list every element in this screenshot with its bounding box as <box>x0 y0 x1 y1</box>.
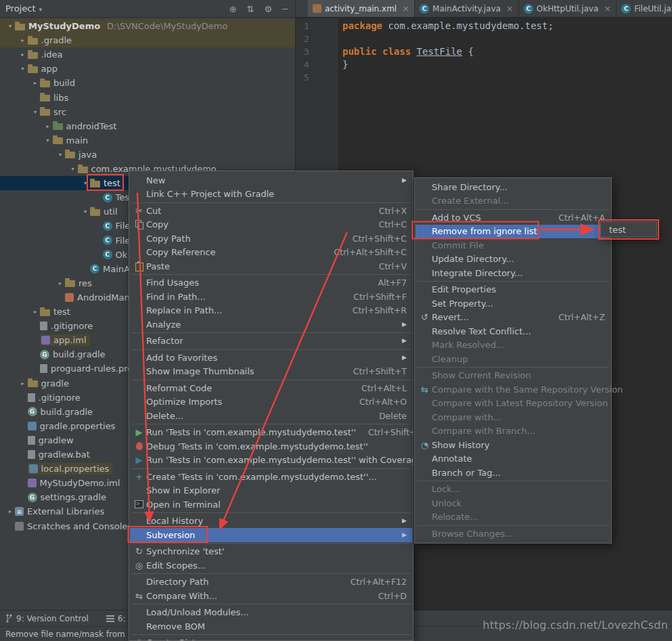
menu-item-set-property[interactable]: Set Property... <box>416 296 610 311</box>
menu-item-refactor[interactable]: Refactor▶ <box>130 334 412 349</box>
menu-item-remove-from-ignore-list[interactable]: Remove from ignore list▶ <box>416 225 610 239</box>
class-icon: C <box>621 4 631 14</box>
menu-item-copy-reference[interactable]: Copy ReferenceCtrl+Alt+Shift+C <box>130 246 412 260</box>
expand-arrow-icon[interactable]: ▸ <box>30 80 40 86</box>
tree-item-label: MyStudyDemo <box>28 21 100 31</box>
collapse-arrow-icon[interactable]: ▾ <box>30 109 40 115</box>
collapse-arrow-icon[interactable]: ▾ <box>68 166 78 172</box>
close-tab-icon[interactable]: × <box>604 3 611 14</box>
menu-item-create-tests-in-com-example-mystudydemo-te[interactable]: +Create 'Tests in 'com.example.mystudyde… <box>130 470 412 484</box>
menu-item-load-unload-modules[interactable]: Load/Unload Modules... <box>130 606 412 620</box>
tree-item-build[interactable]: ▸build <box>0 76 295 90</box>
tree-item-java[interactable]: ▾java <box>0 148 295 162</box>
menu-item-analyze[interactable]: Analyze▶ <box>130 317 412 332</box>
menu-item-link-c-project-with-gradle[interactable]: Link C++ Project with Gradle <box>130 187 412 202</box>
menu-item-add-to-favorites[interactable]: Add to Favorites▶ <box>130 351 412 365</box>
menu-item-paste[interactable]: PasteCtrl+V <box>130 259 412 273</box>
expand-arrow-icon[interactable]: ▸ <box>18 51 28 58</box>
menu-item-annotate[interactable]: Annotate <box>416 452 610 466</box>
menu-item-integrate-directory[interactable]: Integrate Directory... <box>416 266 610 280</box>
menu-item-revert[interactable]: ↺Revert...Ctrl+Alt+Z <box>416 311 610 325</box>
menu-item-new[interactable]: New▶ <box>130 173 412 187</box>
tree-item-app[interactable]: ▾app <box>0 62 295 76</box>
folder-icon <box>40 81 50 87</box>
menu-item-label: Set Property... <box>432 299 493 309</box>
menu-item-create-gist[interactable]: ⚙Create Gist... <box>130 636 412 641</box>
expand-arrow-icon[interactable]: ▸ <box>30 309 40 315</box>
collapse-arrow-icon[interactable]: ▾ <box>43 137 53 143</box>
menu-item-show-history[interactable]: ◔Show History <box>416 438 610 452</box>
menu-item-debug-tests-in-com-example-mystudydemo-tes[interactable]: Debug 'Tests in 'com.example.mystudydemo… <box>130 439 412 454</box>
close-tab-icon[interactable]: × <box>402 3 409 14</box>
ignore-list-item-test[interactable]: test <box>609 225 626 235</box>
project-panel-header: Project ▾ ⊕⇅⚙─ <box>0 0 295 18</box>
close-tab-icon[interactable]: × <box>506 3 514 14</box>
menu-item-share-directory[interactable]: Share Directory... <box>416 180 610 194</box>
menu-item-run-tests-in-com-example-mystudydemo-test-[interactable]: ▶Run 'Tests in 'com.example.mystudydemo.… <box>130 454 412 468</box>
editor-tab-bar: activity_main.xml×CMainActivity.java×COk… <box>296 0 672 18</box>
menu-item-edit-scopes[interactable]: ◎Edit Scopes... <box>130 558 412 573</box>
web-settings-button[interactable]: ⊕ <box>229 2 237 15</box>
line-number: 3 <box>296 45 337 58</box>
collapse-arrow-icon[interactable]: ▾ <box>18 66 28 72</box>
menu-item-add-to-vcs[interactable]: Add to VCSCtrl+Alt+A <box>416 211 610 225</box>
menu-item-label: Remove from ignore list <box>432 226 537 236</box>
menu-item-remove-bom[interactable]: Remove BOM <box>130 619 412 634</box>
menu-item-show-image-thumbnails[interactable]: Show Image ThumbnailsCtrl+Shift+T <box>130 365 412 379</box>
tree-item-src[interactable]: ▾src <box>0 105 295 119</box>
editor-tab-fileutil-java[interactable]: CFileUtil.java× <box>617 0 672 17</box>
toolwindow-button-9-version-control[interactable]: 9: Version Control <box>5 614 89 623</box>
tree-item-idea[interactable]: ▸.idea <box>0 47 295 62</box>
menu-item-directory-path[interactable]: Directory PathCtrl+Alt+F12 <box>130 575 412 590</box>
tree-item-mystudydemo[interactable]: ▾MyStudyDemoD:\SVNCode\MyStudyDemo <box>0 19 295 33</box>
collapse-all-button[interactable]: ⇅ <box>247 2 254 15</box>
menu-item-replace-in-path[interactable]: Replace in Path...Ctrl+Shift+R <box>130 304 412 318</box>
menu-item-find-usages[interactable]: Find UsagesAlt+F7 <box>130 276 412 290</box>
menu-item-find-in-path[interactable]: Find in Path...Ctrl+Shift+F <box>130 290 412 304</box>
tree-item-label: File <box>116 221 131 231</box>
expand-arrow-icon[interactable]: ▸ <box>5 508 15 514</box>
menu-item-branch-or-tag[interactable]: Branch or Tag... <box>416 466 610 480</box>
tree-item-gradle[interactable]: ▸.gradle <box>0 33 295 47</box>
code-line: package com.example.mystudydemo.test; <box>342 20 672 32</box>
hide-panel-button[interactable]: ─ <box>282 2 288 15</box>
menu-item-show-in-explorer[interactable]: Show in Explorer <box>130 484 412 498</box>
tree-item-label: AndroidMan <box>77 292 130 303</box>
collapse-arrow-icon[interactable]: ▾ <box>81 208 90 215</box>
menu-item-cut[interactable]: ✂CutCtrl+X <box>130 204 412 218</box>
menu-shortcut: Ctrl+V <box>379 261 407 271</box>
tree-item-androidtest[interactable]: ▸androidTest <box>0 119 295 133</box>
menu-item-delete[interactable]: Delete...Delete <box>130 409 412 423</box>
menu-item-copy-path[interactable]: Copy PathCtrl+Shift+C <box>130 231 412 246</box>
menu-item-open-in-terminal[interactable]: >_Open in Terminal <box>130 498 412 512</box>
editor-tab-activity-main-xml[interactable]: activity_main.xml× <box>308 0 415 17</box>
expand-arrow-icon[interactable]: ▸ <box>55 280 65 286</box>
collapse-arrow-icon[interactable]: ▾ <box>55 152 65 158</box>
menu-item-reformat-code[interactable]: Reformat CodeCtrl+Alt+L <box>130 381 412 395</box>
gitignore-icon <box>28 393 35 402</box>
expand-arrow-icon[interactable]: ▸ <box>43 123 53 129</box>
menu-item-synchronize-test[interactable]: ↻Synchronize 'test' <box>130 545 412 559</box>
editor-tab-mainactivity-java[interactable]: CMainActivity.java× <box>415 0 519 17</box>
menu-item-icon-slot: ⇆ <box>132 592 146 600</box>
menu-item-local-history[interactable]: Local History▶ <box>130 514 412 529</box>
menu-item-subversion[interactable]: Subversion▶ <box>130 528 412 542</box>
expand-arrow-icon[interactable]: ▸ <box>18 37 28 43</box>
menu-item-run-tests-in-com-example-mystudydemo-test[interactable]: ▶Run 'Tests in 'com.example.mystudydemo.… <box>130 426 412 440</box>
menu-item-edit-properties[interactable]: Edit Properties <box>416 283 610 297</box>
menu-shortcut: Ctrl+Shift+R <box>353 305 407 315</box>
menu-item-update-directory[interactable]: Update Directory... <box>416 252 610 267</box>
expand-arrow-icon[interactable]: ▸ <box>18 380 28 386</box>
settings-gear-button[interactable]: ⚙ <box>265 2 273 15</box>
menu-item-copy[interactable]: CopyCtrl+C <box>130 218 412 232</box>
menu-item-compare-with[interactable]: ⇆Compare With...Ctrl+D <box>130 589 412 603</box>
tree-item-main[interactable]: ▾main <box>0 133 295 148</box>
collapse-arrow-icon[interactable]: ▾ <box>5 23 15 29</box>
submenu-arrow-icon: ▶ <box>402 355 407 361</box>
menu-item-resolve-text-conflict[interactable]: Resolve Text Conflict... <box>416 324 610 338</box>
collapse-arrow-icon[interactable]: ▾ <box>81 180 90 186</box>
menu-item-optimize-imports[interactable]: Optimize ImportsCtrl+Alt+O <box>130 395 412 410</box>
project-view-dropdown[interactable]: Project ▾ <box>5 3 42 14</box>
tree-item-libs[interactable]: libs <box>0 91 295 105</box>
editor-tab-okhttputil-java[interactable]: COkHttpUtil.java× <box>519 0 617 17</box>
